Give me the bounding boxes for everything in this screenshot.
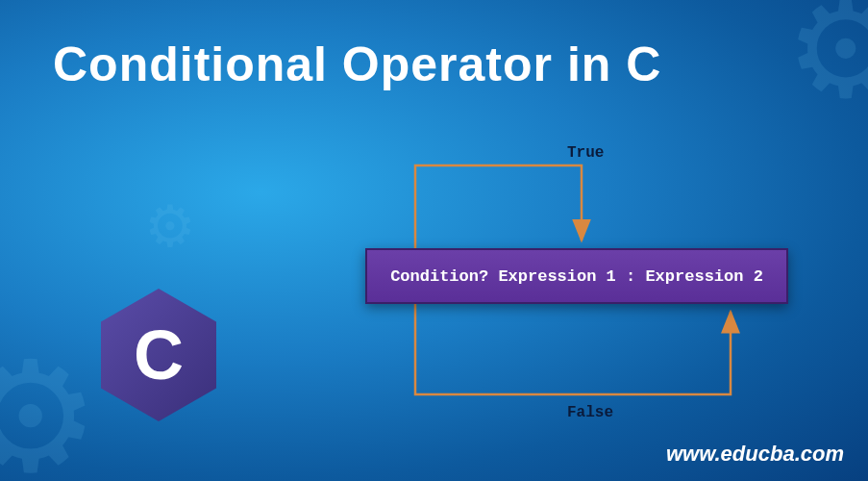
gear-icon: ⚙ [144,192,196,260]
separator: : [616,267,646,286]
expr1-text: Expression 1 [498,267,615,286]
false-label: False [567,404,613,421]
page-title: Conditional Operator in C [53,37,661,92]
condition-text: Condition? [390,267,488,286]
c-language-logo: C [101,289,216,421]
hexagon-shape: C [101,289,216,421]
website-url: www.educba.com [666,442,844,467]
true-label: True [567,144,604,162]
conditional-diagram: True False Condition? Expression 1 : Exp… [346,144,817,433]
expression-box: Condition? Expression 1 : Expression 2 [365,248,788,304]
gear-icon: ⚙ [0,327,99,481]
spacer [488,267,498,286]
gear-icon: ⚙ [785,0,868,128]
logo-letter: C [134,316,184,394]
expr2-text: Expression 2 [645,267,762,286]
